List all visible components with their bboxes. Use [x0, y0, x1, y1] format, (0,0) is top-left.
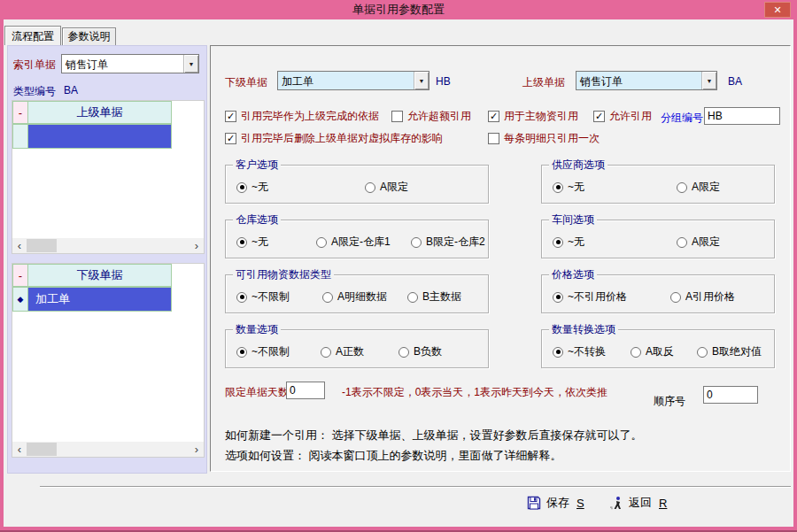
parent-grid-hscrollbar[interactable]: ‹ › [12, 238, 204, 253]
checkbox-delete-virtual-stock-effect[interactable]: 引用完毕后删除上级单据对虚拟库存的影响 [225, 131, 443, 146]
save-hotkey: S [576, 497, 584, 510]
checkbox-allow-excess-ref[interactable]: 允许超额引用 [391, 109, 471, 124]
chevron-down-icon[interactable]: ▼ [701, 72, 716, 89]
scrollbar-thumb[interactable] [27, 443, 57, 456]
child-doc-label: 下级单据 [225, 75, 267, 90]
parent-grid-header: - 上级单据 [12, 101, 204, 124]
child-grid-header-cell: 下级单据 [27, 264, 172, 287]
radio-option[interactable]: B主数据 [407, 289, 461, 305]
groupbox-quantity-conversion: 数量转换选项 ~不转换 A取反 B取绝对值 [541, 329, 775, 368]
radio-icon [697, 347, 708, 358]
groupbox-customer: 客户选项 ~无 A限定 [225, 165, 489, 204]
days-limit-input[interactable] [286, 382, 325, 399]
radio-option[interactable]: A正数 [321, 344, 364, 359]
groupbox-title: 数量选项 [233, 323, 281, 335]
radio-label: B取绝对值 [712, 344, 762, 359]
child-doc-combobox[interactable]: 加工单 ▼ [277, 71, 429, 90]
radio-option[interactable]: ~不限制 [236, 344, 290, 359]
group-code-input[interactable] [704, 107, 780, 125]
radio-option[interactable]: A限定 [677, 235, 720, 250]
radio-option[interactable]: ~无 [236, 180, 268, 195]
radio-option[interactable]: B限定-仓库2 [411, 235, 485, 250]
scrollbar-thumb[interactable] [27, 239, 57, 252]
radio-icon [677, 237, 687, 248]
radio-icon [236, 237, 247, 248]
sequence-input[interactable] [703, 386, 758, 404]
radio-icon [677, 182, 687, 193]
radio-label: ~无 [568, 235, 584, 250]
radio-label: ~不限制 [251, 289, 290, 305]
save-button[interactable]: 保存S [527, 495, 584, 511]
radio-option[interactable]: ~无 [553, 235, 584, 250]
close-icon[interactable]: ✕ [764, 2, 791, 18]
child-doc-code: HB [436, 75, 451, 88]
child-grid-hscrollbar[interactable]: ‹ › [12, 442, 204, 457]
scroll-left-icon[interactable]: ‹ [12, 239, 27, 253]
checkbox-allow-ref[interactable]: 允许引用 [593, 109, 652, 124]
radio-option[interactable]: ~无 [236, 235, 268, 250]
window-border-left [0, 0, 4, 532]
help-line-1: 如何新建一个引用： 选择下级单据、上级单据，设置好参数后直接保存就可以了。 [225, 428, 643, 443]
row-marker-icon: ◆ [12, 287, 28, 312]
radio-icon [553, 347, 563, 358]
checkbox-icon [225, 111, 236, 122]
parent-doc-value: 销售订单 [576, 72, 701, 89]
days-limit-hint: -1表示不限定，0表示当天，1表示昨天到今天，依次类推 [342, 385, 607, 400]
radio-option[interactable]: ~不限制 [236, 289, 290, 305]
chevron-down-icon[interactable]: ▼ [183, 55, 198, 73]
radio-option[interactable]: ~不引用价格 [553, 289, 627, 305]
radio-label: A限定 [380, 180, 408, 195]
radio-icon [322, 292, 333, 303]
index-doc-combobox[interactable]: 销售订单 ▼ [61, 54, 199, 73]
radio-option[interactable]: A明细数据 [322, 289, 387, 305]
radio-label: A限定 [692, 180, 720, 195]
scroll-right-icon[interactable]: › [190, 239, 204, 253]
tab-parameter-help[interactable]: 参数说明 [62, 27, 116, 45]
radio-option[interactable]: ~不转换 [553, 344, 606, 359]
radio-label: A明细数据 [337, 289, 387, 305]
checkbox-main-material-ref[interactable]: 用于主物资引用 [488, 109, 578, 124]
radio-icon [316, 237, 327, 248]
chevron-down-icon[interactable]: ▼ [414, 72, 429, 89]
radio-label: A正数 [336, 344, 364, 359]
checkbox-icon [593, 111, 605, 122]
radio-label: ~不转换 [568, 344, 606, 359]
scroll-left-icon[interactable]: ‹ [12, 443, 27, 457]
tab-process-config[interactable]: 流程配置 [4, 26, 61, 45]
table-row[interactable]: ◆ 加工单 [12, 287, 204, 312]
radio-option[interactable]: A引用价格 [670, 289, 735, 305]
radio-option[interactable]: A限定 [365, 180, 408, 195]
radio-option[interactable]: B取绝对值 [697, 344, 762, 359]
radio-label: A限定-仓库1 [331, 235, 391, 250]
config-panel: 下级单据 加工单 ▼ HB 上级单据 销售订单 ▼ BA 引用完毕作为上级完成的… [210, 45, 791, 472]
days-limit-label: 限定单据天数 [225, 385, 289, 400]
parent-row-value [27, 124, 172, 149]
footer-divider [40, 486, 791, 488]
checkbox-label: 允许超额引用 [407, 109, 471, 124]
radio-option[interactable]: A限定 [677, 180, 720, 195]
radio-option[interactable]: ~无 [553, 180, 584, 195]
radio-label: B主数据 [422, 289, 461, 305]
radio-option[interactable]: B负数 [398, 344, 442, 359]
checkbox-label: 用于主物资引用 [504, 109, 578, 124]
checkbox-label: 每条明细只引用一次 [504, 131, 600, 146]
scroll-right-icon[interactable]: › [190, 443, 204, 457]
child-grid-corner: - [12, 264, 28, 287]
radio-label: ~不限制 [251, 344, 290, 359]
radio-icon [236, 347, 247, 358]
radio-icon [553, 237, 563, 248]
group-code-label: 分组编号 [661, 111, 703, 126]
checkbox-ref-complete-basis[interactable]: 引用完毕作为上级完成的依据 [225, 109, 379, 124]
table-row[interactable] [12, 124, 204, 149]
parent-doc-combobox[interactable]: 销售订单 ▼ [576, 71, 717, 90]
radio-icon [553, 182, 563, 193]
radio-icon [631, 347, 641, 358]
groupbox-material-data-type: 可引用物资数据类型 ~不限制 A明细数据 B主数据 [225, 274, 489, 313]
checkbox-detail-ref-once[interactable]: 每条明细只引用一次 [488, 131, 600, 146]
radio-label: A取反 [646, 344, 674, 359]
radio-option[interactable]: A限定-仓库1 [316, 235, 391, 250]
groupbox-title: 供应商选项 [549, 158, 607, 171]
checkbox-icon [225, 133, 236, 144]
return-button[interactable]: 返回R [609, 495, 667, 511]
radio-option[interactable]: A取反 [631, 344, 674, 359]
